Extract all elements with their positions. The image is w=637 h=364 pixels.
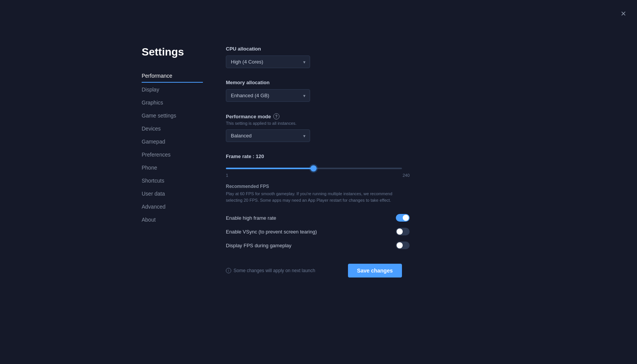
performance-mode-section: Performance mode ? This setting is appli… <box>226 113 410 142</box>
sidebar-item-user-data[interactable]: User data <box>142 188 203 200</box>
frame-rate-section: Frame rate : 120 1 240 <box>226 153 410 178</box>
fps-note: Recommended FPS Play at 60 FPS for smoot… <box>226 184 410 203</box>
cpu-allocation-select[interactable]: Low (1 Core) Medium (2 Cores) High (4 Co… <box>226 55 310 68</box>
memory-allocation-select-wrapper: Low (1 GB) Standard (2 GB) Enhanced (4 G… <box>226 89 310 102</box>
slider-max-label: 240 <box>403 173 410 178</box>
content-panel: CPU allocation Low (1 Core) Medium (2 Co… <box>226 46 410 277</box>
sidebar-item-advanced[interactable]: Advanced <box>142 201 203 213</box>
info-icon: i <box>226 268 231 273</box>
performance-mode-label: Performance mode <box>226 114 271 119</box>
sidebar-item-phone[interactable]: Phone <box>142 162 203 174</box>
performance-mode-help-icon[interactable]: ? <box>273 113 279 119</box>
close-button[interactable]: ✕ <box>617 8 629 20</box>
toggle-label-high-frame-rate: Enable high frame rate <box>226 215 276 221</box>
performance-mode-subtext: This setting is applied to all instances… <box>226 121 410 126</box>
toggle-switch-vsync[interactable] <box>396 228 410 235</box>
sidebar-item-gamepad[interactable]: Gamepad <box>142 135 203 148</box>
footer-note-text: Some changes will apply on next launch <box>234 268 315 273</box>
fps-note-title: Recommended FPS <box>226 184 410 189</box>
memory-allocation-label: Memory allocation <box>226 80 410 85</box>
memory-allocation-select[interactable]: Low (1 GB) Standard (2 GB) Enhanced (4 G… <box>226 89 310 102</box>
frame-rate-slider-container <box>226 164 402 171</box>
toggle-switch-high-frame-rate[interactable] <box>396 214 410 222</box>
performance-mode-select[interactable]: Power saving Balanced High performance <box>226 129 310 142</box>
memory-allocation-section: Memory allocation Low (1 GB) Standard (2… <box>226 80 410 102</box>
sidebar-item-preferences[interactable]: Preferences <box>142 149 203 161</box>
sidebar-item-display[interactable]: Display <box>142 83 203 96</box>
cpu-allocation-section: CPU allocation Low (1 Core) Medium (2 Co… <box>226 46 410 68</box>
page-title: Settings <box>142 46 203 58</box>
toggle-row-vsync: Enable VSync (to prevent screen tearing) <box>226 225 410 238</box>
sidebar-item-about[interactable]: About <box>142 214 203 226</box>
toggle-switch-display-fps[interactable] <box>396 242 410 249</box>
toggle-label-vsync: Enable VSync (to prevent screen tearing) <box>226 229 317 235</box>
cpu-allocation-label: CPU allocation <box>226 46 410 52</box>
footer-bar: i Some changes will apply on next launch… <box>226 264 402 277</box>
sidebar: Performance Display Graphics Game settin… <box>142 70 203 226</box>
sidebar-item-shortcuts[interactable]: Shortcuts <box>142 175 203 187</box>
sidebar-item-performance[interactable]: Performance <box>142 70 203 83</box>
save-changes-button[interactable]: Save changes <box>348 264 402 277</box>
sidebar-item-graphics[interactable]: Graphics <box>142 96 203 109</box>
toggle-row-display-fps: Display FPS during gameplay <box>226 238 410 252</box>
sidebar-item-game-settings[interactable]: Game settings <box>142 109 203 122</box>
frame-rate-label: Frame rate : 120 <box>226 153 410 159</box>
slider-min-label: 1 <box>226 173 228 178</box>
cpu-allocation-select-wrapper: Low (1 Core) Medium (2 Cores) High (4 Co… <box>226 55 310 68</box>
toggle-label-display-fps: Display FPS during gameplay <box>226 243 291 248</box>
fps-note-text: Play at 60 FPS for smooth gameplay. If y… <box>226 191 398 203</box>
frame-rate-slider[interactable] <box>226 168 402 169</box>
toggle-row-high-frame-rate: Enable high frame rate <box>226 211 410 225</box>
footer-note: i Some changes will apply on next launch <box>226 268 315 273</box>
performance-mode-select-wrapper: Power saving Balanced High performance ▼ <box>226 129 310 142</box>
toggles-section: Enable high frame rate Enable VSync (to … <box>226 211 410 252</box>
sidebar-item-devices[interactable]: Devices <box>142 122 203 135</box>
